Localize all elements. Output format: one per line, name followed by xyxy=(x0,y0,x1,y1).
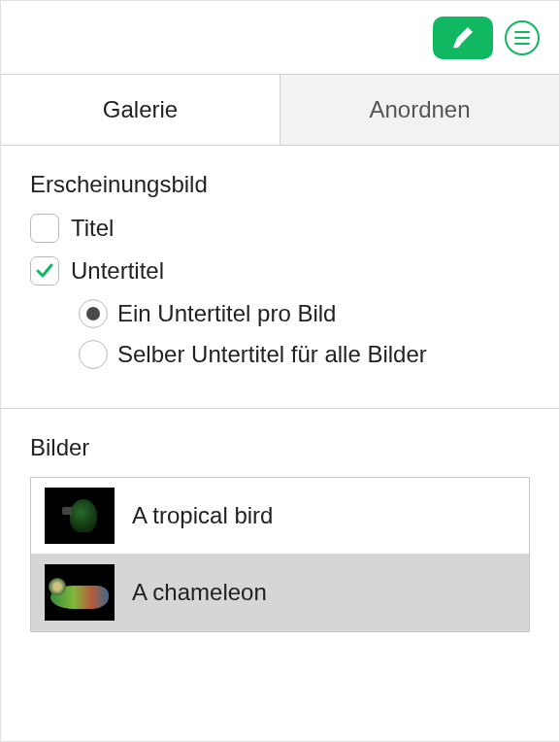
images-heading: Bilder xyxy=(30,434,530,461)
menu-line-icon xyxy=(514,31,530,33)
list-item-caption: A chameleon xyxy=(132,579,267,606)
tab-gallery[interactable]: Galerie xyxy=(1,75,280,145)
toolbar xyxy=(1,1,559,74)
radio-shared-row: Selber Untertitel für alle Bilder xyxy=(79,340,530,369)
tab-arrange[interactable]: Anordnen xyxy=(280,75,559,145)
radio-per-image[interactable] xyxy=(79,299,108,328)
caption-checkbox[interactable] xyxy=(30,256,59,286)
appearance-section: Erscheinungsbild Titel Untertitel Ein Un… xyxy=(1,146,559,398)
title-label: Titel xyxy=(71,215,114,242)
caption-row: Untertitel xyxy=(30,256,530,286)
document-menu-button[interactable] xyxy=(505,20,540,55)
title-checkbox[interactable] xyxy=(30,214,59,243)
radio-shared-label: Selber Untertitel für alle Bilder xyxy=(117,341,427,368)
images-list: A tropical bird A chameleon xyxy=(30,477,530,632)
thumbnail-bird xyxy=(45,488,115,544)
list-item[interactable]: A tropical bird xyxy=(31,478,529,555)
thumbnail-chameleon xyxy=(45,564,115,621)
inspector-tabs: Galerie Anordnen xyxy=(1,74,559,146)
radio-shared[interactable] xyxy=(79,340,108,369)
format-button[interactable] xyxy=(433,17,493,59)
radio-per-image-row: Ein Untertitel pro Bild xyxy=(79,299,530,328)
radio-per-image-label: Ein Untertitel pro Bild xyxy=(117,300,336,327)
menu-line-icon xyxy=(514,37,530,39)
images-section: Bilder A tropical bird A chameleon xyxy=(1,409,559,650)
caption-label: Untertitel xyxy=(71,257,164,285)
paintbrush-icon xyxy=(449,24,477,51)
appearance-heading: Erscheinungsbild xyxy=(30,171,530,198)
caption-mode-group: Ein Untertitel pro Bild Selber Untertite… xyxy=(30,299,530,369)
menu-line-icon xyxy=(514,43,530,45)
title-row: Titel xyxy=(30,214,530,243)
list-item-caption: A tropical bird xyxy=(132,502,273,529)
list-item[interactable]: A chameleon xyxy=(31,555,529,631)
